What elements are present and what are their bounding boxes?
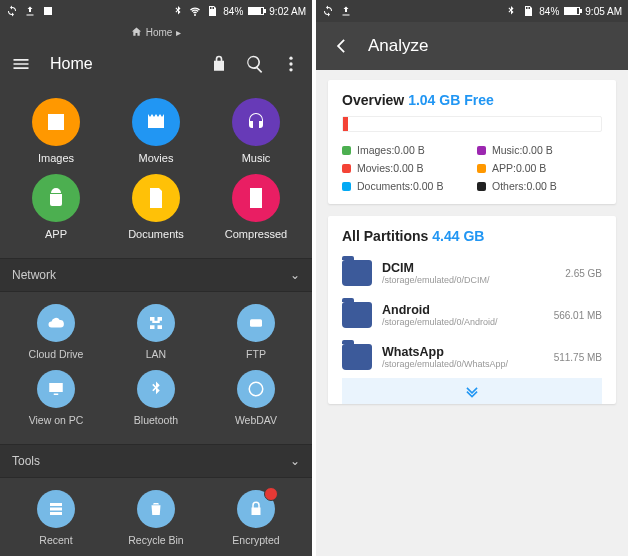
item-webdav[interactable]: WebDAV <box>206 370 306 426</box>
legend-item: Images:0.00 B <box>342 144 467 156</box>
page-title: Analyze <box>368 36 428 56</box>
legend: Images:0.00 BMusic:0.00 BMovies:0.00 BAP… <box>342 144 602 192</box>
picture-icon <box>42 5 54 17</box>
legend-item: Documents:0.00 B <box>342 180 467 192</box>
partition-path: /storage/emulated/0/WhatsApp/ <box>382 359 544 369</box>
svg-point-4 <box>249 382 263 396</box>
tools-grid: RecentRecycle BinEncrypted <box>0 478 312 556</box>
item-recent[interactable]: Recent <box>6 490 106 546</box>
upload-icon <box>340 5 352 17</box>
folder-icon <box>342 302 372 328</box>
item-lan[interactable]: LAN <box>106 304 206 360</box>
content-scroll[interactable]: ImagesMoviesMusicAPPDocumentsCompressed … <box>0 86 312 556</box>
item-label: WebDAV <box>235 414 277 426</box>
analyze-body: Overview 1.04 GB Free Images:0.00 BMusic… <box>316 70 628 556</box>
battery-percent: 84% <box>223 6 243 17</box>
home-icon <box>131 26 142 39</box>
category-grid: ImagesMoviesMusicAPPDocumentsCompressed <box>0 86 312 258</box>
ftp-icon <box>237 304 275 342</box>
overflow-button[interactable] <box>280 53 302 75</box>
expand-button[interactable] <box>342 378 602 404</box>
overview-heading: Overview 1.04 GB Free <box>342 92 602 108</box>
partitions-card: All Partitions 4.44 GB DCIM/storage/emul… <box>328 216 616 404</box>
sd-icon <box>206 5 218 17</box>
lan-icon <box>137 304 175 342</box>
swatch <box>477 146 486 155</box>
category-movies[interactable]: Movies <box>106 98 206 164</box>
item-view-on-pc[interactable]: View on PC <box>6 370 106 426</box>
cloud-icon <box>37 304 75 342</box>
legend-label: Others:0.00 B <box>492 180 557 192</box>
item-cloud-drive[interactable]: Cloud Drive <box>6 304 106 360</box>
recent-icon <box>37 490 75 528</box>
item-label: Encrypted <box>232 534 279 546</box>
item-ftp[interactable]: FTP <box>206 304 306 360</box>
sync-icon <box>6 5 18 17</box>
partition-name: WhatsApp <box>382 345 544 359</box>
partitions-heading: All Partitions 4.44 GB <box>342 228 602 244</box>
partition-row[interactable]: WhatsApp/storage/emulated/0/WhatsApp/511… <box>342 336 602 378</box>
sd-icon <box>522 5 534 17</box>
zip-icon <box>232 174 280 222</box>
partition-path: /storage/emulated/0/Android/ <box>382 317 544 327</box>
status-bar: 84% 9:02 AM <box>0 0 312 22</box>
partition-row[interactable]: Android/storage/emulated/0/Android/566.0… <box>342 294 602 336</box>
chevron-down-icon: ⌄ <box>290 268 300 282</box>
item-bluetooth[interactable]: Bluetooth <box>106 370 206 426</box>
partition-name: DCIM <box>382 261 555 275</box>
chevron-right-icon: ▸ <box>176 27 181 38</box>
left-screen: 84% 9:02 AM Home ▸ Home ImagesMoviesMusi… <box>0 0 312 556</box>
menu-button[interactable] <box>10 53 32 75</box>
svg-rect-3 <box>250 319 262 327</box>
partition-path: /storage/emulated/0/DCIM/ <box>382 275 555 285</box>
back-button[interactable] <box>330 35 352 57</box>
image-icon <box>32 98 80 146</box>
category-compressed[interactable]: Compressed <box>206 174 306 240</box>
category-label: Documents <box>128 228 184 240</box>
category-documents[interactable]: Documents <box>106 174 206 240</box>
legend-label: APP:0.00 B <box>492 162 546 174</box>
swatch <box>477 182 486 191</box>
storage-gauge <box>342 116 602 132</box>
item-label: LAN <box>146 348 166 360</box>
category-images[interactable]: Images <box>6 98 106 164</box>
section-network[interactable]: Network ⌄ <box>0 258 312 292</box>
category-music[interactable]: Music <box>206 98 306 164</box>
wifi-icon <box>189 5 201 17</box>
safebox-button[interactable] <box>208 53 230 75</box>
title-bar: Home <box>0 42 312 86</box>
search-button[interactable] <box>244 53 266 75</box>
partition-size: 2.65 GB <box>565 268 602 279</box>
bluetooth-icon <box>172 5 184 17</box>
status-bar: 84% 9:05 AM <box>316 0 628 22</box>
clock: 9:02 AM <box>269 6 306 17</box>
category-label: Music <box>242 152 271 164</box>
folder-icon <box>342 260 372 286</box>
svg-point-2 <box>289 68 292 71</box>
right-screen: 84% 9:05 AM Analyze Overview 1.04 GB Fre… <box>316 0 628 556</box>
category-label: Movies <box>139 152 174 164</box>
clock: 9:05 AM <box>585 6 622 17</box>
category-label: Images <box>38 152 74 164</box>
category-app[interactable]: APP <box>6 174 106 240</box>
item-label: Bluetooth <box>134 414 178 426</box>
breadcrumb[interactable]: Home ▸ <box>0 22 312 42</box>
item-label: View on PC <box>29 414 84 426</box>
item-label: Recent <box>39 534 72 546</box>
item-label: Cloud Drive <box>29 348 84 360</box>
monitor-icon <box>37 370 75 408</box>
item-recycle-bin[interactable]: Recycle Bin <box>106 490 206 546</box>
swatch <box>477 164 486 173</box>
partition-size: 511.75 MB <box>554 352 602 363</box>
partition-row[interactable]: DCIM/storage/emulated/0/DCIM/2.65 GB <box>342 252 602 294</box>
swatch <box>342 146 351 155</box>
sync-icon <box>322 5 334 17</box>
folder-icon <box>342 344 372 370</box>
item-encrypted[interactable]: Encrypted <box>206 490 306 546</box>
section-tools[interactable]: Tools ⌄ <box>0 444 312 478</box>
svg-point-0 <box>289 57 292 60</box>
title-bar: Analyze <box>316 22 628 70</box>
battery-icon <box>248 7 264 15</box>
network-grid: Cloud DriveLANFTPView on PCBluetoothWebD… <box>0 292 312 444</box>
android-icon <box>32 174 80 222</box>
